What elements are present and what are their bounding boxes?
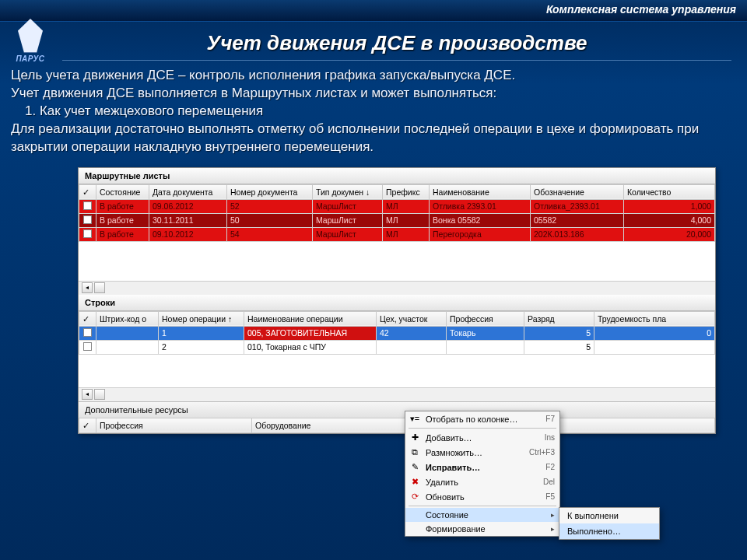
col-num[interactable]: Номер документа xyxy=(227,184,313,199)
checkbox[interactable] xyxy=(83,215,92,224)
edit-icon: ✎ xyxy=(409,462,421,472)
routes-hscroll[interactable]: ◂ xyxy=(79,281,715,295)
col-op-name[interactable]: Наименование операции xyxy=(244,311,377,326)
table-row-selected[interactable]: 1 005, ЗАГОТОВИТЕЛЬНАЯ 42 Токарь 5 0 xyxy=(79,326,715,340)
menu-item-duplicate[interactable]: ⧉ Размножить… Ctrl+F3 xyxy=(405,445,559,460)
table-row[interactable]: В работе 09.06.2012 52 МаршЛист МЛ Отлив… xyxy=(79,199,715,213)
col-type[interactable]: Тип докумен ↓ xyxy=(313,184,383,199)
col-prefix[interactable]: Префикс xyxy=(383,184,430,199)
checkbox[interactable] xyxy=(83,328,92,337)
menu-item-delete[interactable]: ✖ Удалить Del xyxy=(405,474,559,489)
menu-item-refresh[interactable]: ⟳ Обновить F5 xyxy=(405,489,559,504)
delete-icon: ✖ xyxy=(409,477,421,487)
header-band: Комплексная система управления xyxy=(0,0,747,22)
logo-brand: ПАРУС xyxy=(8,54,53,63)
lines-header-row[interactable]: ✓ Штрих-код о Номер операции ↑ Наименова… xyxy=(79,311,715,326)
routes-header-row[interactable]: ✓ Состояние Дата документа Номер докумен… xyxy=(79,184,715,199)
col-profession[interactable]: Профессия xyxy=(447,311,524,326)
menu-separator xyxy=(409,506,556,506)
paragraph-1: Цель учета движения ДСЕ – контроль испол… xyxy=(11,67,736,85)
app-window: Маршрутные листы ✓ Состояние Дата докуме… xyxy=(78,167,716,434)
scroll-left-icon[interactable]: ◂ xyxy=(82,389,93,400)
context-menu[interactable]: ▾= Отобрать по колонке… F7 ✚ Добавить… I… xyxy=(405,411,560,537)
logo-block: ПАРУС xyxy=(8,19,53,63)
col-name[interactable]: Наименование xyxy=(430,184,531,199)
body-text: Цель учета движения ДСЕ – контроль испол… xyxy=(0,61,747,163)
scroll-handle[interactable] xyxy=(94,389,105,400)
filter-icon: ▾= xyxy=(409,414,421,424)
menu-item-state[interactable]: Состояние xyxy=(405,508,559,522)
resources-panel-title: Дополнительные ресурсы xyxy=(79,401,715,418)
scroll-handle[interactable] xyxy=(94,282,105,293)
submenu-item-done[interactable]: Выполнено… xyxy=(559,523,659,539)
col-shop[interactable]: Цех, участок xyxy=(377,311,447,326)
duplicate-icon: ⧉ xyxy=(409,447,421,457)
checkbox[interactable] xyxy=(83,342,92,351)
col-check[interactable]: ✓ xyxy=(79,184,96,199)
table-row[interactable]: В работе 30.11.2011 50 МаршЛист МЛ Вонка… xyxy=(79,213,715,227)
paragraph-3: 1. Как учет межцехового перемещения xyxy=(11,103,736,121)
routes-panel-title: Маршрутные листы xyxy=(79,168,715,184)
paragraph-4: Для реализации достаточно выполнять отме… xyxy=(11,121,736,156)
col-check[interactable]: ✓ xyxy=(79,311,96,326)
lines-table[interactable]: ✓ Штрих-код о Номер операции ↑ Наименова… xyxy=(79,311,715,355)
paragraph-2: Учет движения ДСЕ выполняется в Маршрутн… xyxy=(11,85,736,103)
col-qty[interactable]: Количество xyxy=(624,184,715,199)
page-title: Учет движения ДСЕ в производстве xyxy=(62,22,731,61)
plus-icon: ✚ xyxy=(409,432,421,443)
logo-icon xyxy=(15,19,46,53)
col-profession[interactable]: Профессия xyxy=(96,418,252,432)
col-date[interactable]: Дата документа xyxy=(149,184,227,199)
routes-table[interactable]: ✓ Состояние Дата документа Номер докумен… xyxy=(79,184,715,242)
checkbox[interactable] xyxy=(83,229,92,238)
menu-item-filter[interactable]: ▾= Отобрать по колонке… F7 xyxy=(405,411,559,426)
table-row[interactable]: 2 010, Токарная с ЧПУ 5 xyxy=(79,340,715,354)
col-check[interactable]: ✓ xyxy=(79,418,96,432)
col-grade[interactable]: Разряд xyxy=(524,311,594,326)
menu-separator xyxy=(409,428,556,429)
menu-item-add[interactable]: ✚ Добавить… Ins xyxy=(405,430,559,445)
table-row[interactable]: В работе 09.10.2012 54 МаршЛист МЛ Перег… xyxy=(79,227,715,241)
checkbox[interactable] xyxy=(83,201,92,210)
refresh-icon: ⟳ xyxy=(409,492,421,502)
menu-item-forming[interactable]: Формирование xyxy=(405,522,559,536)
system-name: Комплексная система управления xyxy=(546,3,736,16)
lines-panel-title: Строки xyxy=(79,295,715,311)
submenu-item-to-execution[interactable]: К выполнени xyxy=(559,508,659,523)
scroll-left-icon[interactable]: ◂ xyxy=(82,282,93,293)
col-barcode[interactable]: Штрих-код о xyxy=(96,311,159,326)
menu-item-edit[interactable]: ✎ Исправить… F2 xyxy=(405,460,559,474)
resources-table[interactable]: ✓ Профессия Оборудование Номер исполни xyxy=(79,418,715,433)
col-labor[interactable]: Трудоемкость пла xyxy=(594,311,715,326)
col-op-num[interactable]: Номер операции ↑ xyxy=(159,311,244,326)
routes-empty-area xyxy=(79,242,715,281)
col-state[interactable]: Состояние xyxy=(96,184,149,199)
lines-hscroll[interactable]: ◂ xyxy=(79,387,715,401)
col-desig[interactable]: Обозначение xyxy=(531,184,624,199)
submenu-state[interactable]: К выполнени Выполнено… xyxy=(559,507,660,540)
lines-empty-area xyxy=(79,355,715,387)
resources-header-row[interactable]: ✓ Профессия Оборудование Номер исполни xyxy=(79,418,715,432)
